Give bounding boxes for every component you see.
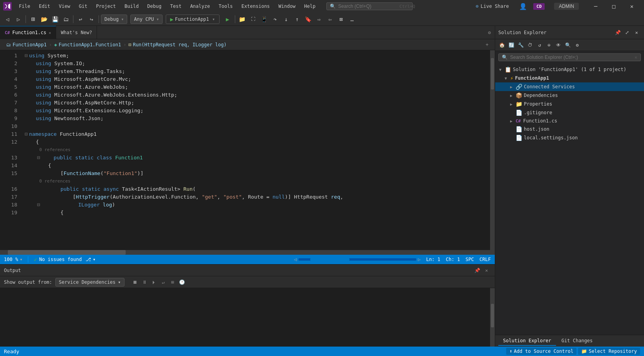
- output-scrollbar-v[interactable]: [490, 288, 495, 347]
- close-button[interactable]: ✕: [623, 0, 641, 13]
- tree-item-solution[interactable]: 📋 Solution 'FunctionApp1' (1 of 1 projec…: [495, 65, 644, 74]
- se-props-btn[interactable]: 🔧: [516, 41, 525, 49]
- toolbar-bk-clear-btn[interactable]: ⊠: [336, 14, 346, 24]
- status-bar: 100 % ▾ ✓ No issues found ⎇ ▾ ◁: [0, 255, 495, 264]
- toolbar-save-all-btn[interactable]: 🗂: [61, 14, 71, 24]
- run-button[interactable]: ▶ FunctionApp1 ▾: [166, 15, 219, 24]
- toolbar-back-btn[interactable]: ◁: [2, 14, 13, 24]
- breadcrumb-class[interactable]: ◈ FunctionApp1.Function1: [52, 42, 123, 47]
- menu-help[interactable]: Help: [300, 2, 319, 11]
- toolbar-redo-btn[interactable]: ↪: [86, 14, 97, 24]
- output-resume-btn[interactable]: ⏵: [150, 278, 158, 287]
- menu-build[interactable]: Build: [121, 2, 143, 11]
- toolbar-attach-btn[interactable]: ⛶: [248, 14, 258, 24]
- editor-scrollbar-vertical[interactable]: [490, 50, 495, 250]
- se-undock-btn[interactable]: ⤢: [623, 28, 631, 37]
- toolbar-bookmark-btn[interactable]: 🔖: [303, 14, 313, 24]
- output-time-btn[interactable]: 🕐: [178, 278, 187, 287]
- search-box[interactable]: 🔍 Ctrl+Q: [326, 2, 413, 10]
- se-refresh-btn[interactable]: ↺: [535, 41, 544, 49]
- toolbar-bk-prev-btn[interactable]: ⇦: [325, 14, 335, 24]
- toolbar-folder-btn[interactable]: 📁: [237, 14, 247, 24]
- git-indicator[interactable]: ⎇ ▾: [86, 257, 95, 262]
- tree-item-project[interactable]: ⚡ FunctionApp1: [495, 74, 644, 82]
- account-icon[interactable]: 👤: [516, 3, 530, 10]
- toolbar-step-over-btn[interactable]: ↷: [270, 14, 280, 24]
- add-source-control-button[interactable]: ⬆ Add to Source Control: [506, 348, 576, 355]
- breadcrumb-add-btn[interactable]: +: [483, 42, 491, 47]
- menu-view[interactable]: View: [55, 2, 74, 11]
- tree-item-properties[interactable]: 📁 Properties: [495, 100, 644, 108]
- breadcrumb-project[interactable]: 🗂 FunctionApp1: [4, 42, 49, 47]
- toolbar-more-btn[interactable]: …: [347, 14, 357, 24]
- zoom-control[interactable]: 100 % ▾: [4, 257, 22, 262]
- menu-tools[interactable]: Tools: [215, 2, 237, 11]
- search-input[interactable]: [338, 4, 397, 9]
- tree-item-hostjson[interactable]: 📄 host.json: [495, 125, 644, 133]
- live-share-button[interactable]: ⊙ Live Share: [472, 2, 513, 11]
- se-tab-solution-explorer[interactable]: Solution Explorer: [498, 336, 556, 346]
- minimize-button[interactable]: ─: [587, 0, 605, 13]
- menu-git[interactable]: Git: [75, 2, 91, 11]
- tab-whats-new[interactable]: What's New?: [56, 26, 97, 39]
- output-stop-btn[interactable]: ⏹: [131, 278, 139, 287]
- menu-test[interactable]: Test: [166, 2, 185, 11]
- tree-item-localsettings[interactable]: 📄 local.settings.json: [495, 133, 644, 142]
- tab-function1[interactable]: C# Function1.cs ✕: [0, 26, 56, 39]
- toolbar-save-btn[interactable]: 💾: [50, 14, 60, 24]
- tree-item-function1[interactable]: C# Function1.cs: [495, 117, 644, 125]
- menu-window[interactable]: Window: [274, 2, 299, 11]
- output-pause-btn[interactable]: ⏸: [140, 278, 149, 287]
- code-editor[interactable]: 1 2 3 4 5 6 7 8 9 10 11 12 13 14 15: [0, 50, 495, 250]
- se-pin-btn[interactable]: 📌: [613, 28, 622, 37]
- select-repository-button[interactable]: 📁 Select Repository: [578, 348, 640, 355]
- tab-close-button[interactable]: ✕: [49, 31, 51, 35]
- toolbar-bk-next-btn[interactable]: ⇨: [314, 14, 324, 24]
- output-content[interactable]: [0, 288, 490, 347]
- toolbar-undo-btn[interactable]: ↩: [75, 14, 86, 24]
- menu-extensions[interactable]: Extensions: [238, 2, 274, 11]
- se-collapse-btn[interactable]: ⊖: [545, 41, 553, 49]
- user-badge[interactable]: CD: [533, 3, 545, 10]
- se-tab-git-changes[interactable]: Git Changes: [557, 336, 597, 346]
- se-filter-btn[interactable]: 🔍: [564, 41, 572, 49]
- toolbar-forward-btn[interactable]: ▷: [13, 14, 24, 24]
- run-debug-btn[interactable]: ▶: [223, 14, 233, 24]
- menu-edit[interactable]: Edit: [35, 2, 54, 11]
- status-no-issues[interactable]: ✓ No issues found: [34, 256, 82, 263]
- se-history-btn[interactable]: ⏱: [526, 41, 534, 49]
- output-source-dropdown[interactable]: Service Dependencies ▾: [55, 278, 124, 287]
- toolbar-step-out-btn[interactable]: ↑: [292, 14, 302, 24]
- se-search-input[interactable]: [510, 55, 612, 60]
- se-show-all-btn[interactable]: 👁: [554, 41, 563, 49]
- toolbar-step-into-btn[interactable]: ↓: [281, 14, 291, 24]
- se-sync-btn[interactable]: 🔄: [507, 41, 516, 49]
- menu-debug[interactable]: Debug: [143, 2, 165, 11]
- se-search-clear-icon[interactable]: ✕: [635, 55, 637, 60]
- code-content[interactable]: ⊟using System; using System.IO; using Sy…: [20, 50, 490, 250]
- output-split-btn[interactable]: ⊞: [168, 278, 177, 287]
- editor-scrollbar-horizontal[interactable]: [0, 250, 495, 255]
- output-close-btn[interactable]: ✕: [482, 266, 491, 275]
- se-home-btn[interactable]: 🏠: [498, 41, 506, 49]
- menu-file[interactable]: File: [15, 2, 34, 11]
- se-settings-btn[interactable]: ⚙: [573, 41, 582, 49]
- cpu-dropdown[interactable]: Any CPU ▾: [130, 15, 163, 24]
- editor-settings-button[interactable]: ⚙: [484, 30, 495, 35]
- toolbar-open-btn[interactable]: 📂: [39, 14, 49, 24]
- se-search[interactable]: 🔍 ✕: [498, 53, 641, 61]
- restore-button[interactable]: □: [605, 0, 623, 13]
- toolbar-new-project-btn[interactable]: ⊞: [28, 14, 38, 24]
- menu-analyze[interactable]: Analyze: [186, 2, 214, 11]
- debug-config-dropdown[interactable]: Debug ▾: [101, 15, 127, 24]
- output-pin-btn[interactable]: 📌: [473, 266, 481, 275]
- se-close-btn[interactable]: ✕: [632, 28, 641, 37]
- admin-button[interactable]: ADMIN: [554, 3, 579, 10]
- menu-project[interactable]: Project: [92, 2, 120, 11]
- tree-item-connected[interactable]: 🔗 Connected Services: [495, 82, 644, 91]
- output-wrap-btn[interactable]: ↵: [159, 278, 168, 287]
- tree-item-dependencies[interactable]: 📦 Dependencies: [495, 91, 644, 100]
- tree-item-gitignore[interactable]: 📄 .gitignore: [495, 108, 644, 117]
- breadcrumb-method[interactable]: ⊡ Run(HttpRequest req, ILogger log): [126, 42, 229, 47]
- toolbar-device-btn[interactable]: 📱: [259, 14, 269, 24]
